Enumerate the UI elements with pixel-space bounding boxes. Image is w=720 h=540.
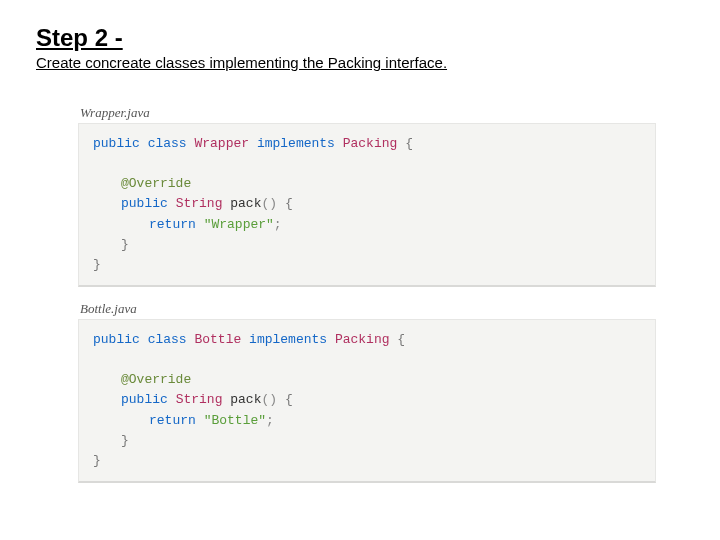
brace-close: } <box>121 237 129 252</box>
type-string: String <box>176 196 223 211</box>
annotation: @Override <box>121 176 191 191</box>
code-box: public class Wrapper implements Packing … <box>78 123 656 287</box>
brace-close: } <box>93 453 101 468</box>
file-block-bottle: Bottle.java public class Bottle implemen… <box>78 301 656 483</box>
semicolon: ; <box>274 217 282 232</box>
file-block-wrapper: Wrapper.java public class Wrapper implem… <box>78 105 656 287</box>
string-literal: "Wrapper" <box>204 217 274 232</box>
brace-open: { <box>285 196 293 211</box>
parens: () <box>261 392 277 407</box>
class-name: Wrapper <box>194 136 249 151</box>
method-name: pack <box>230 392 261 407</box>
code-box: public class Bottle implements Packing {… <box>78 319 656 483</box>
iface-name: Packing <box>335 332 390 347</box>
file-label: Bottle.java <box>80 301 656 317</box>
step-subheading: Create concreate classes implementing th… <box>36 54 684 71</box>
file-label: Wrapper.java <box>80 105 656 121</box>
kw-implements: implements <box>257 136 335 151</box>
kw-class: class <box>148 332 187 347</box>
kw-public: public <box>121 196 168 211</box>
iface-name: Packing <box>343 136 398 151</box>
method-name: pack <box>230 196 261 211</box>
kw-public: public <box>93 136 140 151</box>
brace-open: { <box>285 392 293 407</box>
brace-open: { <box>397 332 405 347</box>
brace-close: } <box>121 433 129 448</box>
kw-return: return <box>149 413 196 428</box>
annotation: @Override <box>121 372 191 387</box>
parens: () <box>261 196 277 211</box>
semicolon: ; <box>266 413 274 428</box>
string-literal: "Bottle" <box>204 413 266 428</box>
kw-implements: implements <box>249 332 327 347</box>
brace-close: } <box>93 257 101 272</box>
kw-return: return <box>149 217 196 232</box>
step-heading: Step 2 - <box>36 24 684 52</box>
type-string: String <box>176 392 223 407</box>
slide: Step 2 - Create concreate classes implem… <box>0 0 720 483</box>
class-name: Bottle <box>194 332 241 347</box>
kw-class: class <box>148 136 187 151</box>
kw-public: public <box>121 392 168 407</box>
kw-public: public <box>93 332 140 347</box>
brace-open: { <box>405 136 413 151</box>
